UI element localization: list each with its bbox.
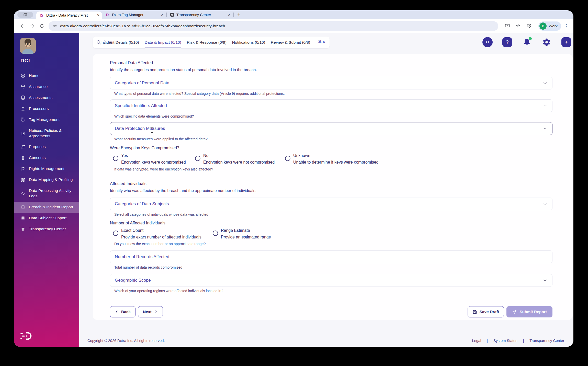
arrow-left-icon — [20, 23, 25, 29]
sidebar-item-breach-incident[interactable]: Breach & Incident Report — [14, 202, 79, 213]
tab-close-icon[interactable]: × — [97, 13, 99, 17]
tab-review-submit[interactable]: Review & Submit (0/8) — [271, 37, 310, 48]
encryption-group-label: Were Encryption Keys Compromised? — [110, 145, 552, 151]
dropdown-categories-personal-data[interactable]: Categories of Personal Data — [110, 77, 552, 89]
notifications-button[interactable] — [522, 37, 532, 47]
back-button[interactable]: Back — [110, 306, 135, 317]
keyboard-shortcut-hint: ⌘ K — [318, 40, 325, 44]
save-draft-button[interactable]: Save Draft — [468, 306, 504, 317]
user-avatar[interactable] — [20, 38, 36, 54]
sidebar-item-tag-management[interactable]: Tag Management — [14, 114, 79, 125]
sidebar-item-assessments[interactable]: Assessments — [14, 92, 79, 103]
header-actions: ? + — [482, 37, 571, 47]
tab-search-pill[interactable] — [17, 12, 33, 18]
sidebar-item-home[interactable]: Home — [14, 70, 79, 81]
sidebar-item-processors[interactable]: Processors — [14, 103, 79, 114]
site-settings-icon — [53, 24, 57, 28]
radio-option-exact-count[interactable]: Exact Count Provide exact number of affe… — [113, 227, 213, 240]
tab-incident-details[interactable]: Incident Details (0/10) — [100, 37, 139, 48]
reload-icon — [39, 23, 44, 29]
footer-link-legal[interactable]: Legal — [467, 339, 487, 343]
browser-menu-button[interactable]: ⋮ — [564, 23, 569, 29]
form-card: Personal Data Affected Identify the cate… — [93, 54, 573, 320]
sidebar: DCI Home Assurance Assessments — [14, 33, 79, 347]
radio-option-unknown[interactable]: Unknown Unable to determine if keys were… — [285, 153, 378, 165]
radio-icon[interactable] — [113, 156, 118, 161]
map-icon — [20, 177, 26, 182]
radio-icon[interactable] — [285, 156, 290, 161]
sidebar-item-rights-management[interactable]: Rights Management — [14, 163, 79, 174]
consent-pill-icon — [20, 155, 26, 161]
radio-option-no[interactable]: No Encryption keys were not compromised — [195, 153, 285, 165]
tag-icon — [20, 117, 26, 122]
footer-links: Legal | System Status | Transparency Cen… — [467, 338, 570, 343]
tab-notifications[interactable]: Notifications (0/10) — [232, 37, 265, 48]
tab-close-icon[interactable]: × — [161, 13, 163, 17]
code-icon — [482, 37, 493, 47]
profile-chip[interactable]: D Work — [538, 21, 561, 31]
browser-tab-dxtra[interactable]: D Dxtra - Data Privacy First × — [36, 12, 102, 19]
group-helper: Do you know the exact number or an appro… — [114, 242, 552, 246]
developer-button[interactable] — [482, 37, 493, 47]
section-desc: Identify who was affected by the breach … — [110, 188, 552, 193]
radio-icon[interactable] — [113, 231, 118, 236]
arrow-right-icon — [29, 23, 35, 29]
next-button[interactable]: Next — [138, 306, 163, 317]
radio-icon[interactable] — [195, 156, 200, 161]
sidebar-item-consents[interactable]: Consents — [14, 152, 79, 163]
dropdown-data-protection-measures[interactable]: Data Protection Measures — [110, 122, 552, 135]
sidebar-item-activity-logs[interactable]: Data Processing Activity Logs — [14, 185, 79, 202]
help-button[interactable]: ? — [502, 37, 512, 47]
tab-data-impact[interactable]: Data & Impact (0/10) — [145, 37, 181, 48]
browser-tab-tag-manager[interactable]: D Dxtra Tag Manager × — [102, 10, 166, 19]
radio-option-range-estimate[interactable]: Range Estimate Provide an estimated rang… — [213, 227, 271, 240]
url-bar[interactable]: dxtra.ai/data-controllers/e6b20ea2-1a7a-… — [49, 21, 498, 31]
sidebar-item-assurance[interactable]: Assurance — [14, 81, 79, 92]
page-footer: Copyright © 2026 Dxtra Inc. All rights r… — [87, 338, 570, 343]
sidebar-item-notices-policies[interactable]: Notices, Policies & Agreements — [14, 125, 79, 142]
browser-tab-transparency[interactable]: Transparency Center × — [167, 10, 233, 19]
tab-risk-response[interactable]: Risk & Response (0/9) — [187, 37, 227, 48]
plus-icon: + — [561, 37, 571, 47]
tab-close-icon[interactable]: × — [228, 13, 230, 17]
sidebar-item-data-mapping[interactable]: Data Mapping & Profiling — [14, 174, 79, 185]
org-name: DCI — [20, 58, 79, 64]
radio-icon[interactable] — [213, 231, 218, 236]
processor-person-icon — [20, 106, 26, 111]
dxtra-logo-icon — [20, 331, 79, 342]
reload-button[interactable] — [38, 22, 46, 30]
question-icon: ? — [502, 37, 512, 47]
footer-link-transparency-center[interactable]: Transparency Center — [524, 339, 570, 343]
app-body: DCI Home Assurance Assessments — [14, 33, 573, 347]
section-desc: Identify the categories and protection s… — [110, 67, 552, 73]
dropdown-specific-identifiers[interactable]: Specific Identifiers Affected — [110, 99, 552, 112]
sidebar-nav: Home Assurance Assessments Processors — [14, 70, 79, 235]
notification-dot — [529, 37, 532, 40]
sidebar-item-data-subject-support[interactable]: Data Subject Support — [14, 213, 79, 224]
dropdown-geographic-scope[interactable]: Geographic Scope — [110, 274, 552, 287]
extensions-button[interactable] — [525, 22, 533, 30]
sidebar-item-transparency-center[interactable]: Transparency Center — [14, 224, 79, 235]
field-helper: Select all categories of individuals who… — [114, 212, 552, 217]
chevron-right-icon — [154, 310, 158, 314]
field-helper: What security measures were applied to t… — [114, 137, 552, 142]
alert-circle-icon — [20, 204, 26, 210]
add-button[interactable]: + — [561, 37, 571, 47]
new-tab-button[interactable]: + — [237, 12, 241, 18]
dropdown-categories-data-subjects[interactable]: Categories of Data Subjects — [110, 198, 552, 210]
settings-button[interactable] — [541, 37, 552, 47]
sidebar-item-purposes[interactable]: Purposes — [14, 141, 79, 152]
field-helper: Which of your operating regions were aff… — [114, 289, 552, 293]
bookmark-button[interactable] — [514, 22, 522, 30]
radio-option-yes[interactable]: Yes Encryption keys were compromised — [113, 153, 195, 165]
puzzle-icon — [526, 23, 532, 29]
back-nav-button[interactable] — [18, 22, 26, 30]
star-icon — [515, 23, 521, 29]
footer-link-system-status[interactable]: System Status — [488, 339, 523, 343]
records-affected-input[interactable] — [110, 250, 552, 263]
profile-name: Work — [549, 24, 558, 28]
submit-report-button[interactable]: Submit Report — [506, 306, 552, 317]
forward-nav-button[interactable] — [28, 22, 36, 30]
install-app-button[interactable] — [503, 22, 511, 30]
dxtra-favicon-icon: D — [105, 13, 110, 17]
